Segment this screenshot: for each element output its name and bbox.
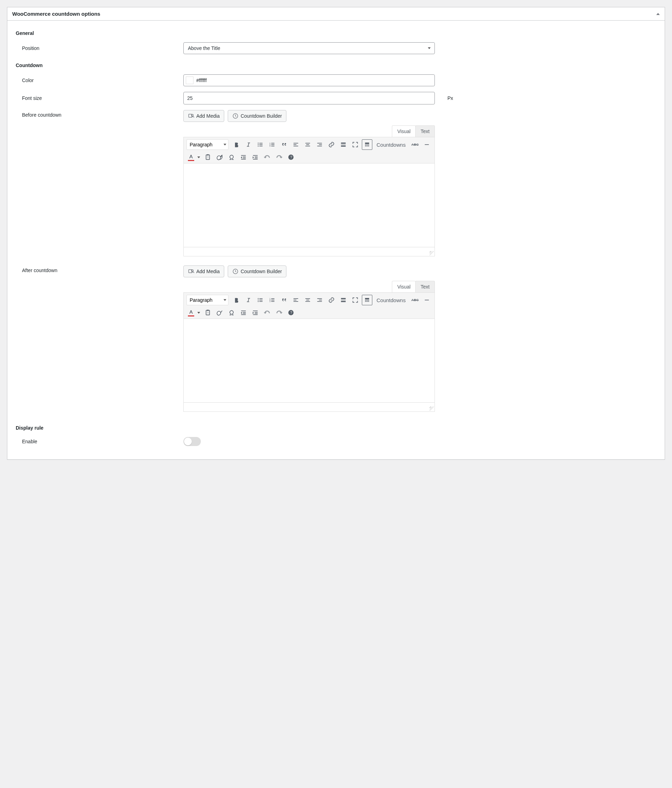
toolbar-toggle-button[interactable] xyxy=(362,295,372,305)
svg-rect-73 xyxy=(341,298,345,299)
countdown-builder-button[interactable]: Countdown Builder xyxy=(228,110,286,122)
panel-collapse-toggle[interactable] xyxy=(656,13,660,15)
insert-more-button[interactable] xyxy=(338,295,349,305)
bullet-list-button[interactable] xyxy=(255,295,265,305)
special-char-button[interactable] xyxy=(226,307,237,318)
countdowns-menu-button[interactable]: Countdowns xyxy=(374,139,408,150)
clock-icon xyxy=(232,113,238,119)
align-center-button[interactable] xyxy=(302,295,313,305)
align-right-button[interactable] xyxy=(315,295,325,305)
help-button[interactable]: ? xyxy=(286,152,296,162)
blockquote-button[interactable] xyxy=(279,295,289,305)
outdent-button[interactable] xyxy=(238,152,249,162)
label-before-countdown: Before countdown xyxy=(16,110,183,118)
editor-resize-handle[interactable] xyxy=(183,403,435,412)
text-color-button[interactable] xyxy=(186,307,196,318)
strikethrough-button[interactable]: ABC xyxy=(410,139,420,150)
paste-text-button[interactable]: T xyxy=(203,307,213,318)
editor-resize-handle[interactable] xyxy=(183,247,435,256)
undo-button[interactable] xyxy=(262,152,272,162)
svg-point-52 xyxy=(258,298,259,299)
undo-button[interactable] xyxy=(262,307,272,318)
fullscreen-button[interactable] xyxy=(350,295,361,305)
svg-rect-64 xyxy=(293,298,298,299)
svg-text:?: ? xyxy=(290,156,292,159)
svg-rect-32 xyxy=(366,146,367,146)
format-select[interactable]: Paragraph xyxy=(186,295,229,305)
before-countdown-content[interactable] xyxy=(183,164,435,247)
redo-button[interactable] xyxy=(274,152,284,162)
svg-point-53 xyxy=(258,300,259,301)
tab-text[interactable]: Text xyxy=(415,281,435,292)
italic-button[interactable] xyxy=(243,139,254,150)
color-value: #ffffff xyxy=(196,78,207,83)
text-color-caret[interactable] xyxy=(196,152,201,162)
bold-button[interactable] xyxy=(231,295,242,305)
svg-rect-8 xyxy=(259,146,263,146)
field-color: Color #ffffff xyxy=(16,71,656,89)
add-media-button[interactable]: Add Media xyxy=(183,110,224,122)
svg-rect-15 xyxy=(293,143,298,143)
fullscreen-button[interactable] xyxy=(350,139,361,150)
redo-button[interactable] xyxy=(274,307,284,318)
color-swatch[interactable] xyxy=(186,76,194,84)
horizontal-rule-button[interactable] xyxy=(422,295,432,305)
tab-text[interactable]: Text xyxy=(415,126,435,137)
toolbar-toggle-button[interactable] xyxy=(362,139,372,150)
text-color-button[interactable] xyxy=(186,152,196,162)
svg-rect-6 xyxy=(259,143,263,143)
align-right-button[interactable] xyxy=(315,139,325,150)
svg-rect-19 xyxy=(306,144,309,145)
svg-rect-91 xyxy=(241,315,246,315)
numbered-list-button[interactable]: 123 xyxy=(267,139,277,150)
font-size-input[interactable] xyxy=(183,92,435,105)
format-select[interactable]: Paragraph xyxy=(186,139,229,150)
link-button[interactable] xyxy=(326,139,337,150)
svg-rect-42 xyxy=(241,159,246,160)
indent-button[interactable] xyxy=(250,152,261,162)
editor-tabs: Visual Text xyxy=(183,281,435,292)
clear-formatting-button[interactable] xyxy=(214,152,225,162)
svg-rect-17 xyxy=(293,146,298,146)
svg-rect-25 xyxy=(341,144,345,145)
add-media-button[interactable]: Add Media xyxy=(183,265,224,277)
color-input[interactable]: #ffffff xyxy=(183,75,435,86)
clear-formatting-button[interactable] xyxy=(214,307,225,318)
help-button[interactable]: ? xyxy=(286,307,296,318)
insert-more-button[interactable] xyxy=(338,139,349,150)
clock-icon xyxy=(232,268,238,275)
align-left-button[interactable] xyxy=(291,139,301,150)
countdowns-menu-button[interactable]: Countdowns xyxy=(374,295,408,305)
special-char-button[interactable] xyxy=(226,152,237,162)
bullet-list-button[interactable] xyxy=(255,139,265,150)
numbered-list-button[interactable]: 123 xyxy=(267,295,277,305)
after-countdown-content[interactable] xyxy=(183,319,435,403)
section-general: General xyxy=(16,30,656,36)
align-center-button[interactable] xyxy=(302,139,313,150)
tab-visual[interactable]: Visual xyxy=(392,126,416,137)
tab-visual[interactable]: Visual xyxy=(392,281,416,292)
link-button[interactable] xyxy=(326,295,337,305)
svg-rect-28 xyxy=(365,145,366,145)
svg-text:3: 3 xyxy=(270,300,271,302)
svg-rect-40 xyxy=(243,156,246,157)
svg-rect-89 xyxy=(243,312,246,313)
countdown-builder-button[interactable]: Countdown Builder xyxy=(228,265,286,277)
blockquote-button[interactable] xyxy=(279,139,289,150)
position-select[interactable]: Above the Title xyxy=(183,42,435,54)
svg-rect-20 xyxy=(305,146,310,146)
indent-button[interactable] xyxy=(250,307,261,318)
enable-toggle[interactable] xyxy=(183,437,201,446)
bold-button[interactable] xyxy=(231,139,242,150)
align-left-button[interactable] xyxy=(291,295,301,305)
text-color-caret[interactable] xyxy=(196,307,201,318)
strikethrough-button[interactable]: ABC xyxy=(410,295,420,305)
horizontal-rule-button[interactable] xyxy=(422,139,432,150)
svg-rect-65 xyxy=(293,300,296,300)
svg-rect-57 xyxy=(259,301,263,302)
svg-rect-7 xyxy=(259,144,263,145)
outdent-button[interactable] xyxy=(238,307,249,318)
paste-text-button[interactable]: T xyxy=(203,152,213,162)
italic-button[interactable] xyxy=(243,295,254,305)
svg-rect-72 xyxy=(317,301,322,302)
